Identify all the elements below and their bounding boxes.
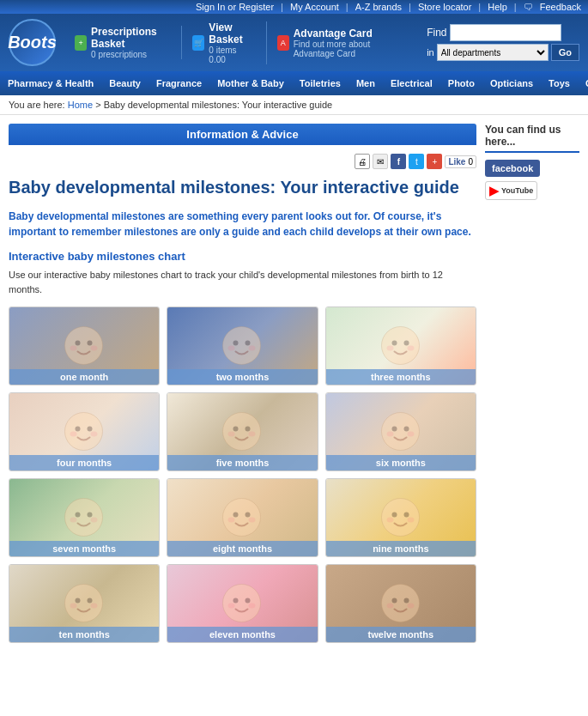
nav-beauty[interactable]: Beauty	[101, 71, 149, 95]
svg-point-16	[76, 427, 81, 432]
signin-link[interactable]: Sign In or Register	[196, 2, 274, 12]
svg-point-30	[65, 499, 103, 537]
milestone-item-9[interactable]: nine months	[325, 478, 476, 557]
svg-point-33	[70, 518, 77, 523]
milestone-item-10[interactable]: ten months	[9, 564, 160, 643]
svg-point-12	[403, 341, 409, 346]
like-label: Like	[448, 157, 465, 167]
svg-point-6	[233, 341, 239, 346]
milestone-item-2[interactable]: two months	[167, 306, 318, 385]
logo[interactable]: Boots	[9, 19, 56, 66]
milestone-item-3[interactable]: three months	[325, 306, 476, 385]
like-count: 0	[468, 157, 473, 167]
help-link[interactable]: Help	[488, 2, 507, 12]
nav-electrical[interactable]: Electrical	[383, 71, 440, 95]
svg-point-18	[70, 432, 77, 437]
like-box[interactable]: Like 0	[445, 155, 476, 168]
milestone-label-8: eight months	[167, 541, 317, 556]
nav-mother-baby[interactable]: Mother & Baby	[209, 71, 292, 95]
nav-gift[interactable]: Gift	[578, 71, 588, 95]
svg-point-8	[228, 346, 235, 351]
svg-point-24	[249, 432, 256, 437]
email-icon[interactable]: ✉	[373, 154, 388, 169]
nav-opticians[interactable]: Opticians	[482, 71, 541, 95]
nav-pharmacy[interactable]: Pharmacy & Health	[0, 71, 101, 95]
milestone-label-10: ten months	[9, 627, 159, 642]
facebook-badge[interactable]: facebook	[485, 160, 540, 177]
main-header: Boots + Prescriptions Basket 0 prescript…	[0, 14, 588, 71]
youtube-text: YouTube	[501, 186, 533, 195]
chart-desc: Use our interactive baby milestones char…	[9, 268, 476, 296]
svg-point-37	[246, 513, 251, 518]
facebook-share-icon[interactable]: f	[391, 154, 406, 169]
milestone-item-11[interactable]: eleven months	[167, 564, 318, 643]
header-sections: + Prescriptions Basket 0 prescriptions 🛒…	[64, 21, 414, 64]
milestone-label-12: twelve months	[326, 627, 476, 642]
myaccount-link[interactable]: My Account	[290, 2, 339, 12]
svg-point-52	[246, 598, 251, 604]
milestone-item-8[interactable]: eight months	[167, 478, 318, 557]
search-section: Find in All departments Go	[427, 24, 579, 61]
svg-point-42	[403, 513, 409, 518]
nav-photo[interactable]: Photo	[440, 71, 482, 95]
svg-point-57	[403, 598, 409, 604]
basket-section[interactable]: 🛒 View Basket 0 items 0.00	[182, 21, 266, 64]
svg-point-0	[65, 327, 103, 365]
department-select[interactable]: All departments	[437, 44, 549, 61]
svg-point-4	[91, 346, 98, 351]
feedback-icon: 🗨	[524, 2, 533, 12]
milestone-label-6: six months	[326, 455, 476, 470]
svg-point-25	[381, 413, 419, 451]
milestone-label-7: seven months	[9, 541, 159, 556]
nav-toys[interactable]: Toys	[541, 71, 578, 95]
search-go-button[interactable]: Go	[551, 44, 579, 61]
info-tab: Information & Advice	[9, 124, 476, 145]
twitter-share-icon[interactable]: t	[409, 154, 424, 169]
search-input[interactable]	[450, 24, 561, 41]
svg-point-47	[88, 598, 93, 604]
nav-men[interactable]: Men	[349, 71, 383, 95]
sidebar-title: You can find us here...	[485, 124, 579, 153]
svg-point-44	[407, 518, 414, 523]
milestone-item-1[interactable]: one month	[9, 306, 160, 385]
svg-point-27	[403, 427, 409, 432]
svg-point-49	[91, 604, 98, 609]
chart-heading: Interactive baby milestones chart	[9, 250, 476, 263]
breadcrumb-home[interactable]: Home	[68, 100, 93, 110]
svg-point-53	[228, 604, 235, 609]
youtube-badge[interactable]: ▶ YouTube	[485, 181, 537, 200]
share-bar: 🖨 ✉ f t + Like 0	[9, 154, 476, 169]
milestone-item-5[interactable]: five months	[167, 392, 318, 471]
svg-point-23	[228, 432, 235, 437]
nav-fragrance[interactable]: Fragrance	[149, 71, 209, 95]
svg-point-48	[70, 604, 77, 609]
svg-point-28	[386, 432, 393, 437]
svg-point-41	[391, 513, 397, 518]
advantage-section[interactable]: A Advantage Card Find out more about Adv…	[267, 27, 415, 58]
print-icon[interactable]: 🖨	[355, 154, 370, 169]
nav-toiletries[interactable]: Toiletries	[292, 71, 349, 95]
milestone-item-12[interactable]: twelve months	[325, 564, 476, 643]
prescriptions-section[interactable]: + Prescriptions Basket 0 prescriptions	[64, 26, 182, 59]
milestone-label-3: three months	[326, 369, 476, 385]
milestone-item-4[interactable]: four months	[9, 392, 160, 471]
milestone-label-5: five months	[167, 455, 317, 470]
svg-point-19	[91, 432, 98, 437]
svg-point-31	[76, 513, 81, 518]
article-title: Baby developmental milestones: Your inte…	[9, 176, 476, 198]
milestone-item-7[interactable]: seven months	[9, 478, 160, 557]
milestone-item-6[interactable]: six months	[325, 392, 476, 471]
svg-point-38	[228, 518, 235, 523]
googleplus-share-icon[interactable]: +	[427, 154, 442, 169]
azbrands-link[interactable]: A-Z brands	[355, 2, 402, 12]
breadcrumb-prefix: You are here:	[9, 100, 65, 110]
svg-point-50	[223, 585, 261, 622]
svg-point-51	[233, 598, 239, 604]
svg-point-34	[91, 518, 98, 523]
storelocator-link[interactable]: Store locator	[418, 2, 471, 12]
svg-point-45	[65, 585, 103, 622]
feedback-link[interactable]: Feedback	[540, 2, 581, 12]
main-content: Information & Advice 🖨 ✉ f t + Like 0 Ba…	[9, 124, 476, 643]
svg-point-1	[76, 341, 81, 346]
svg-point-20	[223, 413, 261, 451]
